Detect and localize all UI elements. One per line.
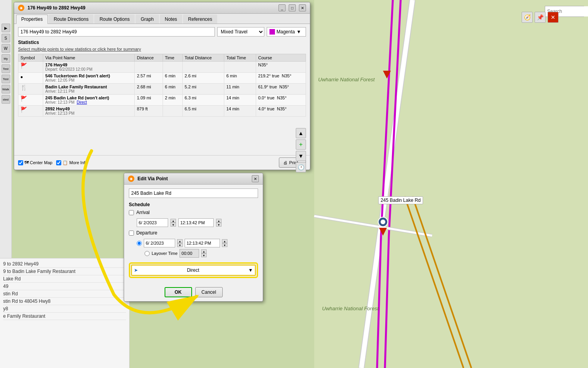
layover-input[interactable] <box>180 249 199 258</box>
map-label-1: Uwharrie National Forest <box>318 77 375 82</box>
tab-notes[interactable]: Notes <box>160 15 182 24</box>
print-icon: 🖨 <box>283 160 288 165</box>
waypoint-sub: Depart: 6/2/2023 12:00 PM <box>45 67 132 71</box>
arrival-date-input[interactable] <box>137 218 168 227</box>
sidebar-icon-3[interactable]: W <box>2 44 10 53</box>
departure-time-radio[interactable] <box>137 241 142 246</box>
distance-cell: 2.57 mi <box>135 73 163 84</box>
tab-references[interactable]: References <box>183 15 217 24</box>
minimize-button[interactable]: _ <box>278 4 286 11</box>
via-name-input[interactable] <box>129 189 258 198</box>
total-time-cell <box>224 62 256 73</box>
more-info-icon: 📋 <box>62 160 68 165</box>
list-item[interactable]: e Family Restaurant <box>3 313 126 320</box>
total-dist-cell: 6.5 mi <box>183 106 224 117</box>
arrival-checkbox[interactable] <box>129 210 134 215</box>
dep-time-up[interactable]: ▲ <box>222 239 227 243</box>
table-row[interactable]: 🍴 Badin Lake Family Restaurant Arrive: 1… <box>18 84 306 95</box>
sidebar-icon-test[interactable]: Test <box>2 64 10 73</box>
list-item[interactable]: 9 to 2892 Hwy49 <box>3 260 126 268</box>
list-item[interactable]: 9 to Badin Lake Family Restaurant <box>3 268 126 275</box>
sidebar-icon-1[interactable]: ▶ <box>2 24 10 32</box>
list-item[interactable]: 49 <box>3 283 126 290</box>
route-name-input[interactable] <box>18 27 215 37</box>
center-map-check[interactable] <box>18 160 23 165</box>
statistics-link[interactable]: Select multiple points to view statistic… <box>18 47 306 51</box>
direct-link[interactable]: Direct <box>77 100 87 104</box>
svg-point-11 <box>381 220 385 224</box>
arrival-time-down[interactable]: ▼ <box>216 223 222 227</box>
tab-graph[interactable]: Graph <box>136 15 159 24</box>
arrival-time-row: ▲ ▼ ▲ ▼ <box>137 218 258 227</box>
arrival-date-up[interactable]: ▲ <box>170 219 176 223</box>
center-map-label: 🗺 <box>24 160 29 165</box>
layover-down[interactable]: ▼ <box>201 253 207 257</box>
distance-cell: 2.68 mi <box>135 84 163 95</box>
via-close-button[interactable]: ✕ <box>252 175 259 182</box>
more-info-check[interactable] <box>56 160 61 165</box>
arrival-time-up[interactable]: ▲ <box>216 219 222 223</box>
departure-checkbox[interactable] <box>129 231 134 236</box>
course-cell: 4.0° true N35° <box>256 106 306 117</box>
more-info-checkbox[interactable]: 📋 More Info <box>56 160 87 165</box>
time-cell: 6 min <box>163 84 182 95</box>
cancel-icon[interactable]: ✕ <box>548 12 559 23</box>
layover-label: Layover Time <box>152 251 178 256</box>
sidebar-icon-sted[interactable]: sted <box>2 95 10 104</box>
sidebar-icon-test2[interactable]: Test <box>2 75 10 83</box>
color-select[interactable]: Magenta ▼ <box>267 27 306 37</box>
tab-route-directions[interactable]: Route Directions <box>49 15 94 24</box>
sidebar-icon-walk[interactable]: Walk <box>2 85 10 93</box>
total-dist-cell: 2.6 mi <box>183 73 224 84</box>
close-button[interactable]: ✕ <box>299 4 306 11</box>
route-dialog-footer: 🗺 Center Map 📋 More Info 🖨 Print... <box>14 155 310 170</box>
route-dialog-title: 176 Hwy49 to 2892 Hwy49 <box>27 5 275 11</box>
pin-icon[interactable]: 📌 <box>535 12 546 23</box>
list-item[interactable]: y8 <box>3 305 126 313</box>
time-cell: 2 min <box>163 95 182 106</box>
layover-up[interactable]: ▲ <box>201 249 207 253</box>
departure-label: Departure <box>136 230 157 236</box>
time-cell <box>163 62 182 73</box>
up-button[interactable]: ▲ <box>296 128 306 138</box>
sidebar-icon-my[interactable]: My <box>2 54 10 63</box>
route-dialog-icon: ◉ <box>18 5 24 11</box>
list-item[interactable]: Lake Rd <box>3 275 126 283</box>
list-item[interactable]: stin Rd <box>3 290 126 298</box>
table-row[interactable]: 🚩 176 Hwy49 Depart: 6/2/2023 12:00 PM N3… <box>18 62 306 73</box>
departure-time-input[interactable] <box>185 239 220 247</box>
nav-icon[interactable]: 🧭 <box>522 12 533 23</box>
sidebar-icon-2[interactable]: S <box>2 34 10 42</box>
arrival-date-down[interactable]: ▼ <box>170 223 176 227</box>
table-row[interactable]: 🚩 245 Badin Lake Rd (won't alert) Arrive… <box>18 95 306 106</box>
layover-radio[interactable] <box>145 251 150 256</box>
add-button[interactable]: + <box>296 139 306 150</box>
color-swatch <box>269 29 275 35</box>
route-dialog: ◉ 176 Hwy49 to 2892 Hwy49 _ □ ✕ Properti… <box>14 2 310 170</box>
cancel-button[interactable]: Cancel <box>195 287 223 297</box>
list-item[interactable]: stin Rd to 48045 Hwy8 <box>3 298 126 305</box>
travel-mode-select[interactable]: Mixed Travel Fastest Shortest <box>217 27 264 37</box>
map-label-2: Uwharrie National Forest <box>322 306 379 311</box>
direct-dropdown-wrapper: ➤ Direct ▼ <box>129 262 258 278</box>
course-cell: 0.0° true N35° <box>256 95 306 106</box>
table-row[interactable]: 🚩 2892 Hwy49 Arrive: 12:13 PM 879 ft 6.5… <box>18 106 306 117</box>
via-dialog-title: Edit Via Point <box>137 176 249 181</box>
total-time-cell: 14 min <box>224 106 256 117</box>
down-button[interactable]: ▼ <box>296 151 306 161</box>
tab-route-options[interactable]: Route Options <box>94 15 135 24</box>
arrival-row: Arrival <box>129 210 258 215</box>
dep-date-up[interactable]: ▲ <box>177 239 183 243</box>
dep-date-down[interactable]: ▼ <box>177 243 183 247</box>
clock-button[interactable]: 🕐 <box>296 162 306 172</box>
tab-properties[interactable]: Properties <box>16 15 48 24</box>
dep-time-down[interactable]: ▼ <box>222 243 227 247</box>
table-row[interactable]: • 546 Tuckertown Rd (won't alert) Arrive… <box>18 73 306 84</box>
travel-type-dropdown[interactable]: ➤ Direct ▼ <box>131 265 256 276</box>
departure-date-input[interactable] <box>144 239 175 247</box>
ok-button[interactable]: OK <box>165 287 192 297</box>
layover-row: Layover Time ▲ ▼ <box>145 249 258 258</box>
center-map-checkbox[interactable]: 🗺 Center Map <box>18 160 52 165</box>
maximize-button[interactable]: □ <box>289 4 296 11</box>
arrival-time-input[interactable] <box>178 218 214 227</box>
